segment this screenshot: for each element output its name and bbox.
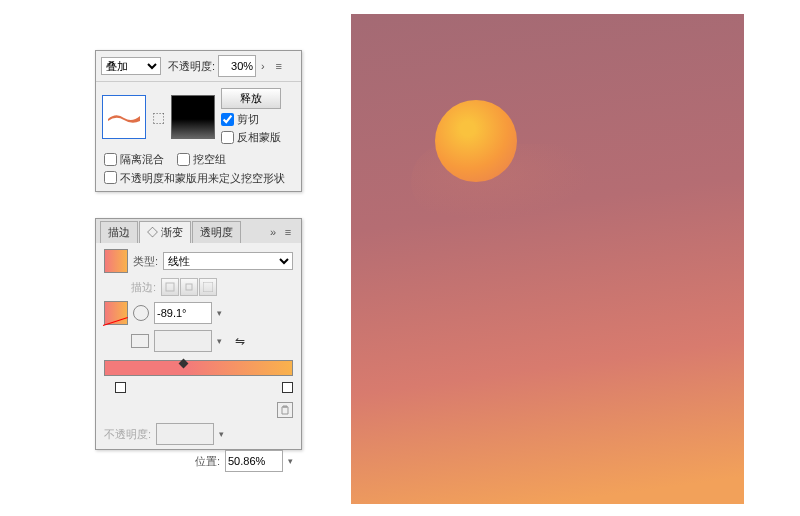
transparency-top-row: 叠加 不透明度: › ≡ [96, 51, 301, 82]
location-dropdown-icon[interactable]: ▾ [288, 456, 293, 466]
gradient-stroke-swatch[interactable] [104, 301, 128, 325]
stroke-label: 描边: [131, 280, 156, 295]
delete-stop-icon[interactable] [277, 402, 293, 418]
aspect-input[interactable] [154, 330, 212, 352]
stroke-align-2[interactable] [180, 278, 198, 296]
release-button[interactable]: 释放 [221, 88, 281, 109]
transparency-options: 隔离混合 挖空组 不透明度和蒙版用来定义挖空形状 [96, 151, 301, 194]
gradient-body: 类型: 线性 描边: ▾ ▾ ⇋ [96, 243, 301, 483]
location-input[interactable] [225, 450, 283, 472]
gradient-type-select[interactable]: 线性 [163, 252, 293, 270]
gradient-tabs: 描边 ◇ 渐变 透明度 » ≡ [96, 219, 301, 243]
link-icon[interactable]: ⬚ [152, 109, 165, 125]
clip-checkbox-row[interactable]: 剪切 [221, 112, 281, 127]
panel-menu-icon[interactable]: ≡ [270, 60, 288, 72]
stroke-align-1[interactable] [161, 278, 179, 296]
define-shape-checkbox[interactable] [104, 171, 117, 184]
aspect-icon [131, 334, 149, 348]
brush-stroke-icon [106, 110, 142, 124]
aspect-dropdown-icon[interactable]: ▾ [217, 336, 222, 346]
artwork-thumbnail[interactable] [102, 95, 146, 139]
blend-mode-select[interactable]: 叠加 [101, 57, 161, 75]
artwork-canvas [351, 14, 744, 504]
color-stop-right[interactable] [282, 382, 293, 393]
sun-shape [435, 100, 517, 182]
collapse-icon[interactable]: » [268, 226, 278, 238]
isolate-checkbox[interactable] [104, 153, 117, 166]
tab-gradient[interactable]: ◇ 渐变 [139, 221, 191, 243]
stroke-align-buttons [161, 278, 217, 296]
clip-checkbox[interactable] [221, 113, 234, 126]
opacity-input[interactable] [218, 55, 256, 77]
svg-rect-0 [166, 283, 174, 291]
invert-checkbox-row[interactable]: 反相蒙版 [221, 130, 281, 145]
angle-dropdown-icon[interactable]: ▾ [217, 308, 222, 318]
angle-input[interactable] [154, 302, 212, 324]
isolate-row[interactable]: 隔离混合 [104, 151, 164, 167]
stroke-align-3[interactable] [199, 278, 217, 296]
opacity-label: 不透明度: [168, 59, 215, 74]
transparency-thumbs: ⬚ 释放 剪切 反相蒙版 [96, 82, 301, 151]
tab-stroke[interactable]: 描边 [100, 221, 138, 243]
svg-rect-2 [203, 282, 213, 292]
color-stop-left[interactable] [115, 382, 126, 393]
gradient-panel: 描边 ◇ 渐变 透明度 » ≡ 类型: 线性 描边: ▾ [95, 218, 302, 450]
stop-opacity-dropdown-icon[interactable]: ▾ [219, 429, 224, 439]
angle-icon [133, 305, 149, 321]
panel-menu-icon[interactable]: ≡ [279, 226, 297, 238]
stop-opacity-input[interactable] [156, 423, 214, 445]
opacity-stepper-icon[interactable]: › [259, 60, 267, 72]
knockout-checkbox[interactable] [177, 153, 190, 166]
type-label: 类型: [133, 254, 158, 269]
svg-rect-1 [186, 284, 192, 290]
transparency-panel: 叠加 不透明度: › ≡ ⬚ 释放 剪切 反相蒙版 隔离混合 挖空组 不透明度和… [95, 50, 302, 192]
tab-transparency[interactable]: 透明度 [192, 221, 241, 243]
gradient-track[interactable] [104, 360, 293, 376]
knockout-row[interactable]: 挖空组 [177, 151, 226, 167]
define-shape-row[interactable]: 不透明度和蒙版用来定义挖空形状 [104, 170, 293, 186]
reverse-icon[interactable]: ⇋ [235, 334, 245, 348]
stop-opacity-label: 不透明度: [104, 427, 151, 442]
invert-checkbox[interactable] [221, 131, 234, 144]
gradient-slider[interactable] [104, 360, 293, 392]
mask-thumbnail[interactable] [171, 95, 215, 139]
location-label: 位置: [195, 454, 220, 469]
gradient-fill-swatch[interactable] [104, 249, 128, 273]
